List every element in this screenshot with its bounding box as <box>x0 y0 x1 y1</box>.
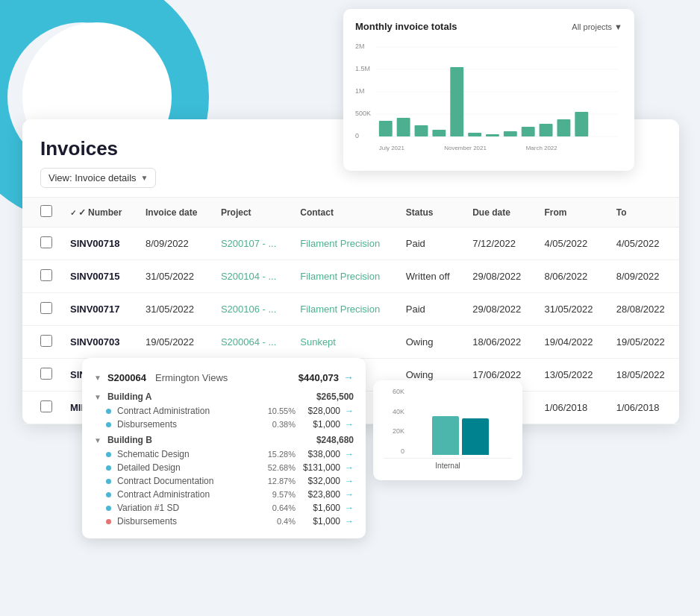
chevron-down-icon: ▼ <box>614 22 622 31</box>
item-pct: 12.87% <box>262 477 296 485</box>
row-contact: Filament Precision <box>291 293 396 326</box>
svg-text:March 2022: March 2022 <box>526 145 558 151</box>
project-link[interactable]: S200104 - ... <box>221 271 276 282</box>
checkbox-header <box>22 198 61 227</box>
item-amount: $23,800 <box>296 489 340 500</box>
item-amount: $131,000 <box>296 462 340 473</box>
table-row[interactable]: SINV00715 31/05/2022 S200104 - ... Filam… <box>22 260 679 293</box>
arrow-icon[interactable]: → <box>345 462 354 473</box>
contact-link[interactable]: Filament Precision <box>300 304 380 315</box>
row-checkbox[interactable] <box>40 400 52 412</box>
row-project: S200106 - ... <box>212 293 291 326</box>
table-row[interactable]: SINV00717 31/05/2022 S200106 - ... Filam… <box>22 293 679 326</box>
monthly-chart-panel: Monthly invoice totals All projects ▼ 2M… <box>343 9 634 171</box>
view-selector-label: View: Invoice details <box>49 172 137 183</box>
y-label-0: 0 <box>384 447 404 455</box>
arrow-right-icon[interactable]: → <box>343 371 354 383</box>
row-to: 8/09/2022 <box>607 260 679 293</box>
dot-icon <box>106 519 111 524</box>
item-pct: 0.38% <box>262 420 296 429</box>
arrow-icon[interactable]: → <box>345 476 354 486</box>
row-checkbox-cell <box>22 260 61 293</box>
table-row[interactable]: SINV00703 19/05/2022 S200064 - ... Sunke… <box>22 326 679 359</box>
row-status: Paid <box>397 293 463 326</box>
col-due-date: Due date <box>463 198 535 227</box>
row-number: SINV00715 <box>61 260 137 293</box>
arrow-icon[interactable]: → <box>345 489 354 500</box>
y-label-20k: 20K <box>384 427 404 435</box>
arrow-icon[interactable]: → <box>345 406 354 416</box>
collapse-icon[interactable]: ▼ <box>94 374 101 382</box>
bar-1 <box>432 416 459 455</box>
svg-rect-10 <box>379 121 393 136</box>
select-all-checkbox[interactable] <box>40 205 52 217</box>
item-amount: $1,600 <box>296 503 340 513</box>
project-link[interactable]: S200106 - ... <box>221 304 276 315</box>
item-amount: $38,000 <box>296 449 340 459</box>
dot-icon <box>106 506 111 511</box>
project-link[interactable]: S200107 - ... <box>221 238 276 249</box>
project-link[interactable]: S200064 - ... <box>221 336 276 348</box>
breakdown-project-total: $440,073 <box>299 372 339 383</box>
row-to: 19/05/2022 <box>607 326 679 359</box>
row-contact: Filament Precision <box>291 260 396 293</box>
contact-link[interactable]: Filament Precision <box>300 238 380 249</box>
list-item: Contract Documentation 12.87% $32,000 → <box>94 474 354 488</box>
breakdown-panel: ▼ S200064 Ermington Views $440,073 → ▼ B… <box>82 358 366 538</box>
col-to: To <box>607 198 679 227</box>
list-item: Schematic Design 15.28% $38,000 → <box>94 447 354 461</box>
row-invoice-date: 19/05/2022 <box>137 326 212 359</box>
arrow-icon[interactable]: → <box>345 449 354 459</box>
row-to: 1/06/2018 <box>607 392 679 424</box>
contact-link[interactable]: Sunkept <box>300 336 336 348</box>
item-label: Disbursements <box>117 516 177 527</box>
svg-rect-18 <box>522 127 535 136</box>
arrow-icon[interactable]: → <box>345 419 354 430</box>
chart-filter-dropdown[interactable]: All projects ▼ <box>572 22 622 31</box>
row-checkbox[interactable] <box>40 368 52 380</box>
col-status: Status <box>397 198 463 227</box>
view-selector-button[interactable]: View: Invoice details ▼ <box>40 168 156 188</box>
svg-rect-20 <box>557 119 570 136</box>
row-checkbox-cell <box>22 293 61 326</box>
dot-icon <box>106 479 111 484</box>
row-checkbox[interactable] <box>40 236 52 248</box>
building-a-total: $265,500 <box>316 392 354 402</box>
table-row[interactable]: SINV00718 8/09/2022 S200107 - ... Filame… <box>22 227 679 260</box>
item-pct: 15.28% <box>262 450 296 459</box>
row-to: 4/05/2022 <box>607 227 679 260</box>
row-checkbox-cell <box>22 227 61 260</box>
item-label: Contract Administration <box>117 489 210 500</box>
collapse-icon[interactable]: ▼ <box>94 393 101 401</box>
col-from: From <box>535 198 607 227</box>
row-to: 18/05/2022 <box>607 359 679 392</box>
item-label: Contract Administration <box>117 406 210 416</box>
row-status: Written off <box>397 260 463 293</box>
svg-rect-14 <box>450 67 463 136</box>
row-invoice-date: 31/05/2022 <box>137 260 212 293</box>
row-invoice-date: 8/09/2022 <box>137 227 212 260</box>
row-project: S200104 - ... <box>212 260 291 293</box>
row-checkbox[interactable] <box>40 302 52 314</box>
col-number[interactable]: ✓ Number <box>61 198 137 227</box>
row-due-date: 7/12/2022 <box>463 227 535 260</box>
row-checkbox[interactable] <box>40 335 52 347</box>
arrow-icon[interactable]: → <box>345 503 354 513</box>
item-pct: 9.57% <box>262 490 296 499</box>
item-label: Contract Documentation <box>117 476 213 486</box>
collapse-icon[interactable]: ▼ <box>94 436 101 444</box>
contact-link[interactable]: Filament Precision <box>300 271 380 282</box>
item-amount: $32,000 <box>296 476 340 486</box>
item-amount: $1,000 <box>296 419 340 430</box>
arrow-icon[interactable]: → <box>345 516 354 527</box>
monthly-bar-chart: 2M 1.5M 1M 500K 0 <box>355 40 622 159</box>
building-b-total: $248,680 <box>316 435 354 445</box>
dot-icon <box>106 465 111 471</box>
row-number: SINV00703 <box>61 326 137 359</box>
svg-text:0: 0 <box>355 132 359 139</box>
breakdown-project-code: S200064 <box>107 372 146 383</box>
row-checkbox[interactable] <box>40 269 52 281</box>
y-label-40k: 40K <box>384 408 404 415</box>
row-number: SINV00718 <box>61 227 137 260</box>
row-from: 1/06/2018 <box>535 392 607 424</box>
